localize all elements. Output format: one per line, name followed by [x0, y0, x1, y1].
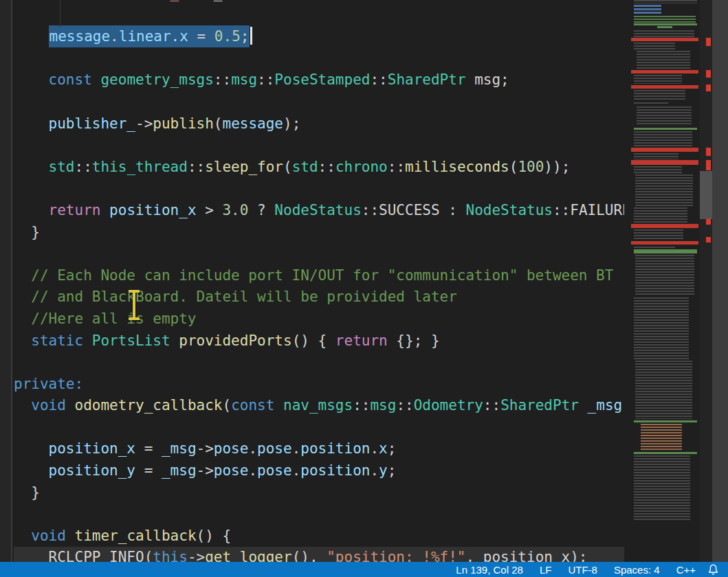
code-token: const: [231, 397, 274, 414]
code-token: NodeStatus: [466, 202, 553, 218]
code-token: ::: [396, 397, 413, 414]
minimap-line-band: [634, 30, 694, 37]
minimap-line-band: [657, 26, 672, 28]
code-token: FAILURE: [570, 202, 624, 218]
notifications-bell-icon[interactable]: [704, 564, 728, 575]
code-token: [274, 397, 283, 414]
code-line[interactable]: //Here all is empty: [14, 308, 624, 330]
cursor-position-indicator[interactable]: Ln 139, Col 28: [448, 564, 531, 576]
eol-indicator[interactable]: LF: [531, 564, 560, 576]
code-line[interactable]: [14, 178, 624, 200]
code-lines-container: "cmd_vel"_)); message.linear.x = 0.5; co…: [14, 0, 624, 562]
language-mode-indicator[interactable]: C++: [668, 564, 704, 576]
code-token: ;: [388, 462, 397, 479]
minimap-error-line: [631, 38, 698, 41]
code-line[interactable]: position_x = _msg->pose.pose.position.x;: [14, 438, 624, 460]
code-line[interactable]: [14, 5, 624, 27]
code-line[interactable]: void timer_callback() {: [14, 525, 624, 547]
code-token: PoseStamped: [274, 71, 370, 88]
code-line[interactable]: [14, 417, 624, 439]
minimap-line-band: [634, 23, 697, 25]
encoding-indicator[interactable]: UTF-8: [560, 564, 606, 576]
minimap-line-band: [634, 128, 697, 130]
minimap-line-band: [634, 229, 683, 240]
code-token: .: [370, 440, 379, 457]
code-editor[interactable]: "cmd_vel"_)); message.linear.x = 0.5; co…: [12, 0, 624, 562]
code-line[interactable]: position_y = _msg->pose.pose.position.y;: [14, 460, 624, 482]
code-line[interactable]: }: [14, 222, 624, 244]
code-token: milliseconds: [405, 159, 509, 175]
code-token: ->: [188, 549, 205, 562]
code-token: linear: [119, 28, 171, 45]
code-token: {}; }: [388, 332, 440, 349]
code-line[interactable]: return position_x > 3.0 ? NodeStatus::SU…: [14, 200, 624, 222]
code-token: x: [379, 440, 388, 457]
code-line[interactable]: [14, 135, 624, 157]
code-line[interactable]: message.linear.x = 0.5;: [14, 26, 624, 48]
code-token: //Here all is empty: [31, 310, 196, 327]
code-token: ->: [197, 440, 214, 457]
code-token: ::: [388, 159, 405, 175]
code-line[interactable]: [14, 48, 624, 70]
code-token: _msg: [162, 462, 197, 479]
code-token: );: [283, 115, 300, 132]
minimap-error-line: [631, 241, 698, 245]
code-token: pose: [257, 462, 292, 479]
code-token: odometry_callback: [75, 397, 223, 414]
code-token: () {: [292, 332, 335, 349]
error-mark: [706, 148, 711, 156]
code-token: position_y: [49, 462, 135, 479]
code-line[interactable]: publisher_->publish(message);: [14, 113, 624, 135]
code-line[interactable]: [14, 504, 624, 525]
code-token: >: [197, 202, 223, 218]
code-token: .: [248, 440, 257, 457]
overview-ruler[interactable]: [700, 0, 712, 562]
code-line[interactable]: "cmd_vel"_));: [14, 0, 624, 5]
code-token: ->: [197, 462, 214, 479]
minimap-line-band: [634, 452, 697, 454]
code-line[interactable]: // and BlackBoard. Dateil will be proivi…: [14, 286, 624, 308]
minimap-error-line: [631, 85, 698, 89]
code-token: .: [292, 440, 301, 457]
code-token: [100, 202, 109, 218]
code-token: }: [31, 224, 40, 240]
code-token: PortsList: [92, 332, 170, 349]
code-line[interactable]: std::this_thread::sleep_for(std::chrono:…: [14, 157, 624, 179]
code-token: [92, 71, 101, 88]
error-mark: [706, 38, 711, 46]
code-token: _msg: [588, 397, 623, 414]
scrollbar-thumb[interactable]: [700, 171, 712, 219]
code-token: ::: [75, 159, 92, 175]
code-token: :: [440, 202, 466, 218]
minimap-line-band: [635, 255, 694, 296]
indent-guide: [60, 0, 60, 27]
code-token: (: [222, 397, 231, 414]
minimap-error-line: [631, 148, 698, 152]
indentation-indicator[interactable]: Spaces: 4: [606, 564, 668, 576]
code-line[interactable]: RCLCPP_INFO(this->get_logger(), "positio…: [14, 547, 624, 562]
code-line[interactable]: }: [14, 482, 624, 504]
code-token: timer_callback: [75, 528, 197, 544]
code-token: ::: [553, 202, 570, 218]
code-line[interactable]: [14, 91, 624, 113]
code-token: .: [292, 462, 301, 479]
code-token: .: [248, 462, 257, 479]
minimap-line-band: [634, 0, 697, 3]
error-mark: [706, 160, 711, 170]
code-token: _msg: [162, 440, 197, 457]
code-token: void: [31, 397, 66, 414]
code-line[interactable]: [14, 352, 624, 374]
code-line[interactable]: private:: [14, 374, 624, 396]
code-line[interactable]: static PortsList providedPorts() { retur…: [14, 330, 624, 352]
code-token: void: [31, 528, 66, 544]
minimap-error-line: [631, 224, 698, 228]
code-line[interactable]: [14, 243, 624, 265]
code-token: return: [49, 202, 101, 218]
minimap-line-band: [634, 102, 668, 105]
minimap[interactable]: [624, 0, 700, 562]
error-mark: [706, 84, 711, 91]
code-line[interactable]: const geometry_msgs::msg::PoseStamped::S…: [14, 69, 624, 91]
minimap-error-line: [631, 70, 698, 73]
code-line[interactable]: void odometry_callback(const nav_msgs::m…: [14, 395, 624, 417]
code-line[interactable]: // Each Node can include port IN/OUT for…: [14, 265, 624, 287]
